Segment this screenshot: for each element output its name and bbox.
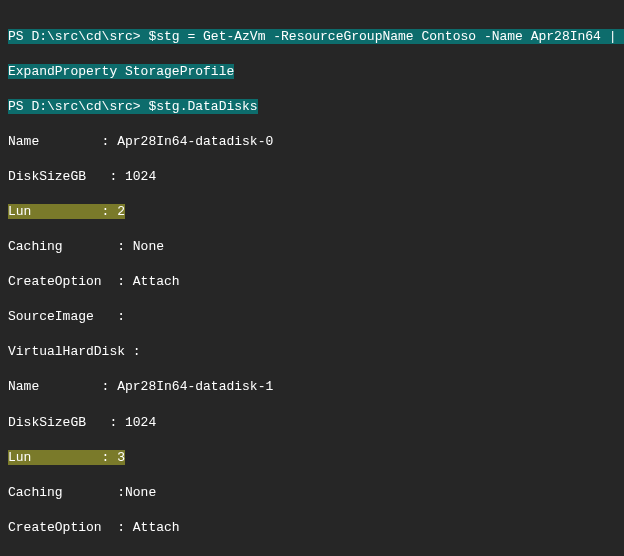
highlight-cmd2: PS D:\src\cd\src> $stg.DataDisks [8, 99, 258, 114]
cmd-line-1b: ExpandProperty StorageProfile [8, 63, 616, 81]
disk0-name: Name : Apr28In64-datadisk-0 [8, 133, 616, 151]
disk1-name: Name : Apr28In64-datadisk-1 [8, 378, 616, 396]
disk0-srcimg: SourceImage : [8, 308, 616, 326]
disk1-caching: Caching :None [8, 484, 616, 502]
terminal-output: PS D:\src\cd\src> $stg = Get-AzVm -Resou… [0, 0, 624, 556]
disk1-create: CreateOption : Attach [8, 519, 616, 537]
highlight-cmd1a: PS D:\src\cd\src> $stg = Get-AzVm -Resou… [8, 29, 624, 44]
disk0-create: CreateOption : Attach [8, 273, 616, 291]
cmd-line-2: PS D:\src\cd\src> $stg.DataDisks [8, 98, 616, 116]
highlight-lun1: Lun : 3 [8, 450, 125, 465]
cmd-line-1: PS D:\src\cd\src> $stg = Get-AzVm -Resou… [8, 28, 616, 46]
disk0-vhd: VirtualHardDisk : [8, 343, 616, 361]
disk0-lun: Lun : 2 [8, 203, 616, 221]
disk1-lun: Lun : 3 [8, 449, 616, 467]
disk0-caching: Caching : None [8, 238, 616, 256]
highlight-lun0: Lun : 2 [8, 204, 125, 219]
disk1-size: DiskSizeGB : 1024 [8, 414, 616, 432]
disk0-size: DiskSizeGB : 1024 [8, 168, 616, 186]
highlight-cmd1b: ExpandProperty StorageProfile [8, 64, 234, 79]
